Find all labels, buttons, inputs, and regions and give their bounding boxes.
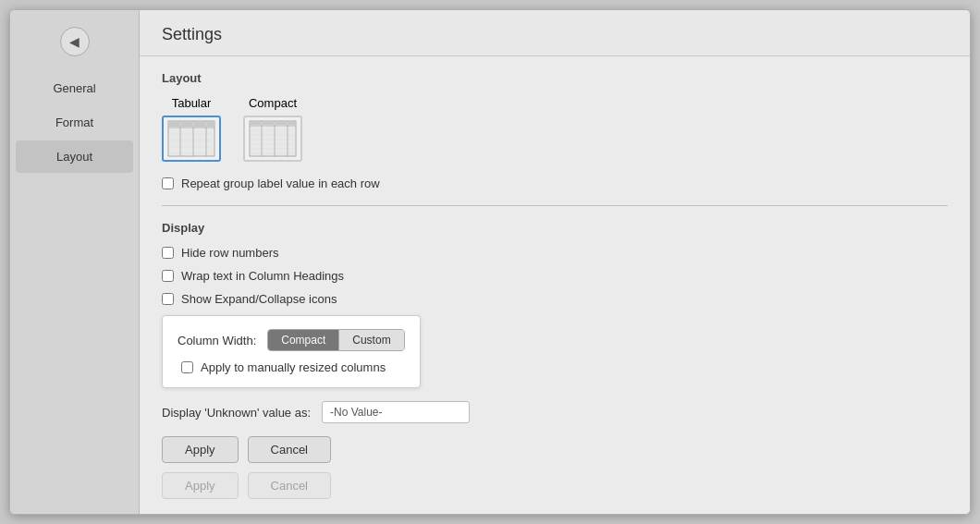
column-width-row: Column Width: Compact Custom — [178, 329, 405, 351]
compact-thumb[interactable] — [243, 116, 302, 162]
custom-toggle-button[interactable]: Custom — [339, 330, 403, 350]
wrap-text-label: Wrap text in Column Headings — [181, 269, 344, 283]
compact-toggle-button[interactable]: Compact — [268, 330, 339, 350]
tabular-icon — [167, 120, 215, 157]
svg-rect-9 — [169, 122, 179, 127]
unknown-value-label: Display 'Unknown' value as: — [162, 406, 311, 420]
svg-rect-24 — [251, 122, 261, 125]
repeat-group-label-checkbox[interactable] — [162, 177, 174, 189]
back-button[interactable]: ◀ — [60, 27, 90, 56]
apply-button[interactable]: Apply — [162, 436, 239, 463]
tabular-thumb[interactable] — [162, 116, 221, 162]
hide-row-numbers-checkbox[interactable] — [162, 247, 174, 259]
layout-options: Tabular — [162, 96, 948, 162]
footer-buttons-row-2: Apply Cancel — [162, 472, 948, 499]
main-panel: Settings Layout Tabular — [140, 10, 970, 514]
sidebar-item-layout[interactable]: Layout — [16, 140, 133, 173]
cancel-button[interactable]: Cancel — [248, 436, 331, 463]
settings-window: ◀ General Format Layout Settings Layout … — [9, 9, 971, 515]
footer-buttons-row: Apply Cancel — [162, 436, 948, 463]
sidebar-item-format[interactable]: Format — [16, 106, 133, 139]
column-width-toggle: Compact Custom — [267, 329, 404, 351]
cancel-button-2[interactable]: Cancel — [248, 472, 331, 499]
display-section-title: Display — [162, 221, 948, 235]
section-divider-1 — [162, 205, 948, 206]
apply-manually-row: Apply to manually resized columns — [178, 360, 405, 374]
show-expand-label: Show Expand/Collapse icons — [181, 292, 337, 306]
content-area: Layout Tabular — [140, 56, 970, 425]
hide-row-numbers-text: Hide row numbers — [181, 246, 279, 260]
layout-section-title: Layout — [162, 71, 948, 85]
svg-rect-10 — [181, 122, 192, 127]
apply-button-2[interactable]: Apply — [162, 472, 239, 499]
repeat-group-label-row: Repeat group label value in each row — [162, 177, 948, 190]
repeat-group-label-text: Repeat group label value in each row — [181, 177, 380, 190]
hide-row-numbers-row: Hide row numbers — [162, 246, 948, 260]
show-expand-checkbox[interactable] — [162, 293, 174, 305]
column-width-popup: Column Width: Compact Custom Apply to ma… — [162, 315, 421, 388]
svg-rect-26 — [276, 122, 287, 125]
footer: Apply Cancel Apply Cancel — [140, 425, 970, 514]
page-title: Settings — [162, 25, 948, 44]
column-width-label: Column Width: — [178, 334, 256, 347]
layout-section: Layout Tabular — [162, 71, 948, 190]
compact-icon — [249, 120, 297, 157]
display-section: Display Hide row numbers Wrap text in Co… — [162, 221, 948, 423]
wrap-text-row: Wrap text in Column Headings — [162, 269, 948, 283]
apply-manually-label: Apply to manually resized columns — [201, 360, 386, 374]
apply-manually-checkbox[interactable] — [181, 361, 193, 373]
svg-rect-11 — [194, 122, 205, 127]
tabular-label: Tabular — [172, 96, 212, 110]
show-expand-row: Show Expand/Collapse icons — [162, 292, 948, 306]
unknown-value-row: Display 'Unknown' value as: — [162, 401, 948, 423]
svg-rect-25 — [263, 122, 274, 125]
svg-rect-13 — [250, 121, 296, 156]
sidebar-item-general[interactable]: General — [16, 72, 133, 104]
wrap-text-checkbox[interactable] — [162, 270, 174, 282]
header: Settings — [140, 10, 970, 56]
tabular-option: Tabular — [162, 96, 221, 162]
compact-label: Compact — [249, 96, 297, 110]
back-icon: ◀ — [69, 34, 80, 49]
svg-rect-27 — [288, 122, 296, 125]
sidebar: ◀ General Format Layout — [10, 10, 140, 514]
compact-option: Compact — [243, 96, 302, 162]
unknown-value-input[interactable] — [322, 401, 470, 423]
svg-rect-12 — [207, 122, 214, 127]
